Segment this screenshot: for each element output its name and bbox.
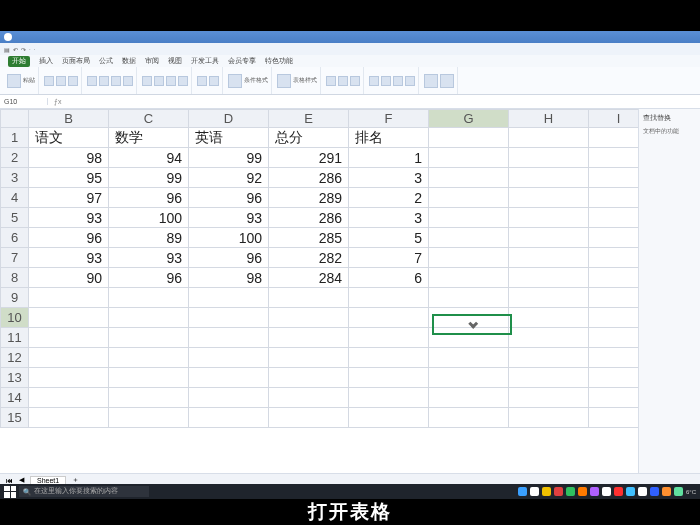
cell-C7[interactable]: 93 (109, 248, 189, 268)
formula-bar[interactable]: G10 ⨍x (0, 95, 700, 109)
cell-E7[interactable]: 282 (269, 248, 349, 268)
cell-C4[interactable]: 96 (109, 188, 189, 208)
cell-H11[interactable] (509, 328, 589, 348)
cell-G14[interactable] (429, 388, 509, 408)
underline-icon[interactable] (111, 76, 121, 86)
cell-F8[interactable]: 6 (349, 268, 429, 288)
cell-I1[interactable] (589, 128, 639, 148)
menu-9[interactable]: 特色功能 (265, 57, 293, 66)
menu-2[interactable]: 页面布局 (62, 57, 90, 66)
menu-5[interactable]: 审阅 (145, 57, 159, 66)
tray-icon-12[interactable] (662, 487, 671, 496)
cell-G8[interactable] (429, 268, 509, 288)
cell-F11[interactable] (349, 328, 429, 348)
cell-I3[interactable] (589, 168, 639, 188)
cell-D2[interactable]: 99 (189, 148, 269, 168)
cell-F15[interactable] (349, 408, 429, 428)
cell-B14[interactable] (29, 388, 109, 408)
cell-D1[interactable]: 英语 (189, 128, 269, 148)
cell-F9[interactable] (349, 288, 429, 308)
conditional-format-icon[interactable] (228, 74, 242, 88)
cell-E1[interactable]: 总分 (269, 128, 349, 148)
tray-icon-1[interactable] (530, 487, 539, 496)
table-style-icon[interactable] (277, 74, 291, 88)
weather-temp[interactable]: 6°C (686, 489, 696, 495)
menu-8[interactable]: 会员专享 (228, 57, 256, 66)
cell-B12[interactable] (29, 348, 109, 368)
col-header-H[interactable]: H (509, 110, 589, 128)
tray-icon-9[interactable] (626, 487, 635, 496)
cell-C11[interactable] (109, 328, 189, 348)
paste-icon[interactable] (7, 74, 21, 88)
cell-H4[interactable] (509, 188, 589, 208)
cell-B15[interactable] (29, 408, 109, 428)
cell-F13[interactable] (349, 368, 429, 388)
col-header-F[interactable]: F (349, 110, 429, 128)
copy-icon[interactable] (56, 76, 66, 86)
row-header-2[interactable]: 2 (1, 148, 29, 168)
cell-B2[interactable]: 98 (29, 148, 109, 168)
cell-D13[interactable] (189, 368, 269, 388)
cell-F10[interactable] (349, 308, 429, 328)
cell-C8[interactable]: 96 (109, 268, 189, 288)
cell-C2[interactable]: 94 (109, 148, 189, 168)
cell-G6[interactable] (429, 228, 509, 248)
cell-B3[interactable]: 95 (29, 168, 109, 188)
align-right-icon[interactable] (166, 76, 176, 86)
cell-C15[interactable] (109, 408, 189, 428)
sheet-nav-prev-icon[interactable]: ◀ (19, 476, 24, 484)
tray-icon-3[interactable] (554, 487, 563, 496)
cell-E14[interactable] (269, 388, 349, 408)
cell-F12[interactable] (349, 348, 429, 368)
cell-I12[interactable] (589, 348, 639, 368)
qat-redo-icon[interactable]: ↷ (21, 46, 26, 53)
cell-B7[interactable]: 93 (29, 248, 109, 268)
cell-H3[interactable] (509, 168, 589, 188)
col-header-G[interactable]: G (429, 110, 509, 128)
cell-E11[interactable] (269, 328, 349, 348)
wrap-text-icon[interactable] (197, 76, 207, 86)
cell-C12[interactable] (109, 348, 189, 368)
worksheet-icon[interactable] (393, 76, 403, 86)
cell-C14[interactable] (109, 388, 189, 408)
format-painter-icon[interactable] (68, 76, 78, 86)
cell-G4[interactable] (429, 188, 509, 208)
cell-F4[interactable]: 2 (349, 188, 429, 208)
cell-E10[interactable] (269, 308, 349, 328)
cell-B10[interactable] (29, 308, 109, 328)
cell-I7[interactable] (589, 248, 639, 268)
cell-I9[interactable] (589, 288, 639, 308)
cell-G7[interactable] (429, 248, 509, 268)
menu-7[interactable]: 开发工具 (191, 57, 219, 66)
row-header-4[interactable]: 4 (1, 188, 29, 208)
cell-F7[interactable]: 7 (349, 248, 429, 268)
cell-F5[interactable]: 3 (349, 208, 429, 228)
windows-taskbar[interactable]: 🔍 在这里输入你要搜索的内容 6°C (0, 484, 700, 499)
tray-icon-4[interactable] (566, 487, 575, 496)
ribbon[interactable]: 粘贴 条件格式 表格样式 (0, 67, 700, 95)
cell-F3[interactable]: 3 (349, 168, 429, 188)
select-all-corner[interactable] (1, 110, 29, 128)
spreadsheet-grid[interactable]: BCDEFGHI 1语文数学英语总分排名29894992911395999228… (0, 109, 638, 428)
name-box[interactable]: G10 (0, 98, 48, 105)
menu-4[interactable]: 数据 (122, 57, 136, 66)
cell-C10[interactable] (109, 308, 189, 328)
cell-B13[interactable] (29, 368, 109, 388)
cell-F14[interactable] (349, 388, 429, 408)
col-header-E[interactable]: E (269, 110, 349, 128)
cell-G13[interactable] (429, 368, 509, 388)
cell-D5[interactable]: 93 (189, 208, 269, 228)
col-header-B[interactable]: B (29, 110, 109, 128)
number-format-icon[interactable] (209, 76, 219, 86)
tray-icon-6[interactable] (590, 487, 599, 496)
cell-E5[interactable]: 286 (269, 208, 349, 228)
row-header-14[interactable]: 14 (1, 388, 29, 408)
tray-icon-10[interactable] (638, 487, 647, 496)
cell-B1[interactable]: 语文 (29, 128, 109, 148)
row-header-11[interactable]: 11 (1, 328, 29, 348)
row-header-5[interactable]: 5 (1, 208, 29, 228)
qat-undo-icon[interactable]: ↶ (13, 46, 18, 53)
side-panel[interactable]: 查找替换 文档中的功能 (638, 109, 700, 473)
cell-E4[interactable]: 289 (269, 188, 349, 208)
cell-D3[interactable]: 92 (189, 168, 269, 188)
